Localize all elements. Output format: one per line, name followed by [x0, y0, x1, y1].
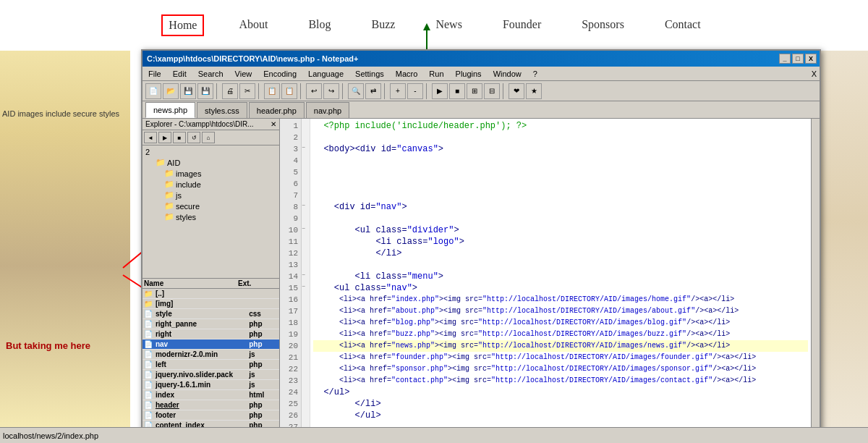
toolbar-b2[interactable]: ■ [449, 83, 465, 99]
close-button[interactable]: X [805, 54, 817, 64]
file-row-dotdot[interactable]: 📁 [..] [142, 289, 279, 299]
toolbar-new[interactable]: 📄 [145, 83, 161, 99]
but-taking-annotation: But taking me here [6, 340, 90, 351]
menu-encoding[interactable]: Encoding [260, 69, 299, 79]
menu-help[interactable]: ? [530, 69, 540, 79]
toolbar-b6[interactable]: ★ [526, 83, 542, 99]
menu-run[interactable]: Run [426, 69, 446, 79]
file-name-img: [img] [156, 300, 249, 308]
code-line-13 [313, 259, 808, 271]
explorer-close[interactable]: ✕ [271, 120, 276, 128]
tab-header-php[interactable]: header.php [249, 102, 305, 118]
code-lines-content[interactable]: <?php include('include/header.php'); ?> … [310, 119, 811, 431]
folder-icon-secure: 📁 [164, 201, 174, 211]
file-ext-nav: php [249, 340, 278, 348]
website-left-image [0, 0, 130, 443]
maximize-button[interactable]: □ [792, 54, 804, 64]
toolbar-b3[interactable]: ⊞ [467, 83, 482, 99]
menu-language[interactable]: Language [305, 69, 346, 79]
explorer-back[interactable]: ◄ [144, 132, 157, 143]
toolbar-sep4 [342, 83, 345, 99]
file-row-jquery-161[interactable]: 📄 jquery-1.6.1.min js [142, 380, 279, 390]
notepad-title: C:\xampp\htdocs\DIRECTORY\AID\news.php -… [145, 54, 779, 63]
file-icon-nav: 📄 [144, 340, 156, 348]
nav-sponsors[interactable]: Sponsors [576, 14, 630, 36]
code-line-16: <li><a href="index.php"> <img src="http:… [313, 294, 808, 305]
ln-8: 8 [280, 201, 301, 213]
scrollbar-vertical[interactable] [811, 119, 820, 431]
toolbar-redo[interactable]: ↪ [323, 83, 339, 99]
toolbar-cut[interactable]: ✂ [239, 83, 255, 99]
file-row-jquery-nivo[interactable]: 📄 jquery.nivo.slider.pack js [142, 370, 279, 380]
menu-view[interactable]: View [232, 69, 255, 79]
toolbar-find[interactable]: 🔍 [348, 83, 364, 99]
toolbar-sep7 [503, 83, 506, 99]
file-row-modernizr[interactable]: 📄 modernizr-2.0.min js [142, 350, 279, 360]
toolbar-undo[interactable]: ↩ [306, 83, 322, 99]
tab-styles-css[interactable]: styles.css [197, 102, 247, 118]
notepad-close-x[interactable]: X [812, 69, 817, 78]
menu-file[interactable]: File [145, 69, 164, 79]
folder-icon-images: 📁 [164, 169, 174, 178]
explorer-stop[interactable]: ■ [173, 132, 186, 143]
ln-12: 12 [280, 248, 301, 259]
toolbar-zoom-out[interactable]: - [407, 83, 423, 99]
tree-aid-folder[interactable]: 📁 AID [144, 157, 278, 168]
folder-icon-aid: 📁 [156, 158, 166, 167]
file-icon-left: 📄 [144, 360, 156, 368]
toolbar-sep1 [216, 83, 219, 99]
nav-buzz[interactable]: Buzz [366, 14, 401, 36]
menu-macro[interactable]: Macro [393, 69, 421, 79]
nav-about[interactable]: About [233, 14, 273, 36]
toolbar-copy[interactable]: 📋 [264, 83, 280, 99]
nav-contact[interactable]: Contact [659, 14, 707, 36]
toolbar-replace[interactable]: ⇄ [365, 83, 381, 99]
minimize-button[interactable]: _ [779, 54, 791, 64]
toolbar-b1[interactable]: ▶ [432, 83, 448, 99]
nav-home[interactable]: Home [161, 14, 204, 36]
nav-blog[interactable]: Blog [302, 14, 336, 36]
menu-edit[interactable]: Edit [170, 69, 190, 79]
file-icon-dotdot: 📁 [144, 290, 156, 298]
file-row-style[interactable]: 📄 style css [142, 309, 279, 319]
file-icon-modernizr: 📄 [144, 350, 156, 358]
file-row-left[interactable]: 📄 left php [142, 360, 279, 370]
file-row-nav[interactable]: 📄 nav php [142, 339, 279, 350]
explorer-refresh[interactable]: ↺ [187, 132, 200, 143]
toolbar-print[interactable]: 🖨 [222, 83, 238, 99]
tree-secure[interactable]: 📁 secure [144, 201, 278, 211]
menu-search[interactable]: Search [195, 69, 226, 79]
tree-styles[interactable]: 📁 styles [144, 211, 278, 222]
tree-images[interactable]: 📁 images [144, 168, 278, 179]
file-row-footer[interactable]: 📄 footer php [142, 410, 279, 421]
toolbar-save[interactable]: 💾 [180, 83, 196, 99]
ln-20: 20 [280, 340, 301, 352]
tree-js[interactable]: 📁 js [144, 190, 278, 201]
menu-window[interactable]: Window [490, 69, 524, 79]
file-ext-right: php [249, 330, 278, 338]
file-row-img[interactable]: 📁 [img] [142, 299, 279, 309]
toolbar-b4[interactable]: ⊟ [484, 83, 500, 99]
notepad-titlebar: C:\xampp\htdocs\DIRECTORY\AID\news.php -… [142, 51, 820, 67]
explorer-play[interactable]: ▶ [158, 132, 171, 143]
code-editor[interactable]: 1 2 3 4 5 6 7 8 9 10 11 12 13 14 15 16 1… [280, 119, 820, 431]
toolbar-open[interactable]: 📂 [163, 83, 179, 99]
file-row-index[interactable]: 📄 index html [142, 390, 279, 400]
tree-include[interactable]: 📁 include [144, 179, 278, 190]
toolbar-save-all[interactable]: 💾 [197, 83, 213, 99]
nav-founder[interactable]: Founder [497, 14, 547, 36]
file-ext-dotdot [249, 290, 278, 298]
nav-news[interactable]: News [430, 14, 467, 36]
toolbar-paste[interactable]: 📋 [281, 83, 297, 99]
toolbar-zoom-in[interactable]: + [390, 83, 406, 99]
file-row-header[interactable]: 📄 header php [142, 400, 279, 410]
file-row-right[interactable]: 📄 right php [142, 329, 279, 339]
tab-news-php[interactable]: news.php [145, 102, 195, 118]
explorer-home[interactable]: ⌂ [202, 132, 215, 143]
file-row-right-panne[interactable]: 📄 right_panne php [142, 319, 279, 329]
ln-21: 21 [280, 352, 301, 363]
menu-plugins[interactable]: Plugins [453, 69, 485, 79]
tab-nav-php[interactable]: nav.php [306, 102, 349, 118]
menu-settings[interactable]: Settings [352, 69, 387, 79]
toolbar-b5[interactable]: ❤ [509, 83, 524, 99]
